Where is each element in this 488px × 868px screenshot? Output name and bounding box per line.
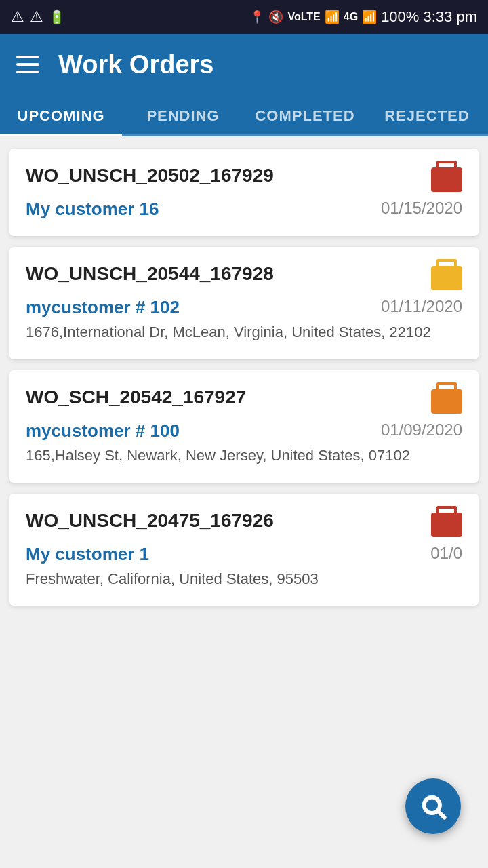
svg-line-1 bbox=[439, 812, 445, 818]
tab-rejected[interactable]: REJECTED bbox=[366, 95, 488, 134]
work-order-card-3[interactable]: WO_SCH_20542_167927 mycustomer # 100 01/… bbox=[9, 370, 479, 483]
work-order-icon-4 bbox=[431, 510, 462, 537]
warning-icon-1: ⚠ bbox=[11, 8, 24, 26]
work-order-customer-3: mycustomer # 100 bbox=[26, 420, 180, 441]
work-order-icon-3 bbox=[431, 387, 462, 414]
work-order-icon-1 bbox=[431, 165, 462, 192]
work-order-card-4[interactable]: WO_UNSCH_20475_167926 My customer 1 01/0… bbox=[9, 494, 479, 606]
status-bar-left: ⚠ ⚠ 🔋 bbox=[11, 8, 65, 26]
work-order-number-2: WO_UNSCH_20544_167928 bbox=[26, 263, 274, 285]
work-order-address-2: 1676,International Dr, McLean, Virginia,… bbox=[26, 322, 462, 343]
work-order-address-3: 165,Halsey St, Newark, New Jersey, Unite… bbox=[26, 446, 462, 467]
work-order-customer-1: My customer 16 bbox=[26, 199, 159, 220]
signal-bars-icon: 📶 bbox=[362, 9, 377, 24]
tab-completed[interactable]: COMPLETED bbox=[244, 95, 366, 134]
search-fab-button[interactable] bbox=[405, 778, 461, 834]
battery-100-icon: 🔋 bbox=[49, 9, 65, 25]
app-bar: Work Orders bbox=[0, 34, 488, 95]
status-bar: ⚠ ⚠ 🔋 📍 🔇 VoLTE 📶 4G 📶 100% 3:33 pm bbox=[0, 0, 488, 34]
tab-upcoming[interactable]: UPCOMING bbox=[0, 95, 122, 134]
battery-percent: 100% 3:33 pm bbox=[381, 8, 477, 26]
work-order-date-4: 01/0 bbox=[430, 544, 462, 563]
work-order-card-1[interactable]: WO_UNSCH_20502_167929 My customer 16 01/… bbox=[9, 149, 479, 236]
work-order-customer-2: mycustomer # 102 bbox=[26, 297, 180, 318]
work-order-date-3: 01/09/2020 bbox=[381, 420, 462, 439]
work-order-icon-2 bbox=[431, 263, 462, 290]
status-bar-right: 📍 🔇 VoLTE 📶 4G 📶 100% 3:33 pm bbox=[249, 8, 477, 26]
sim-icon: 📶 bbox=[325, 9, 340, 24]
work-order-date-2: 01/11/2020 bbox=[381, 297, 462, 316]
work-order-list: WO_UNSCH_20502_167929 My customer 16 01/… bbox=[0, 136, 488, 618]
work-order-number-3: WO_SCH_20542_167927 bbox=[26, 387, 246, 408]
network-4g-label: 4G bbox=[344, 11, 358, 23]
search-icon bbox=[420, 793, 447, 820]
volte-label: VoLTE bbox=[287, 11, 320, 23]
work-order-date-1: 01/15/2020 bbox=[381, 199, 462, 218]
page-title: Work Orders bbox=[58, 50, 214, 79]
work-order-address-4: Freshwater, California, United States, 9… bbox=[26, 569, 462, 590]
work-order-number-4: WO_UNSCH_20475_167926 bbox=[26, 510, 274, 532]
warning-icon-2: ⚠ bbox=[30, 8, 43, 26]
work-order-customer-4: My customer 1 bbox=[26, 544, 149, 565]
work-order-number-1: WO_UNSCH_20502_167929 bbox=[26, 165, 274, 186]
mute-icon: 🔇 bbox=[268, 9, 283, 24]
tab-pending[interactable]: PENDING bbox=[122, 95, 244, 134]
hamburger-menu-button[interactable] bbox=[16, 56, 39, 73]
tab-bar: UPCOMING PENDING COMPLETED REJECTED bbox=[0, 95, 488, 136]
location-icon: 📍 bbox=[249, 9, 264, 24]
work-order-card-2[interactable]: WO_UNSCH_20544_167928 mycustomer # 102 0… bbox=[9, 247, 479, 359]
